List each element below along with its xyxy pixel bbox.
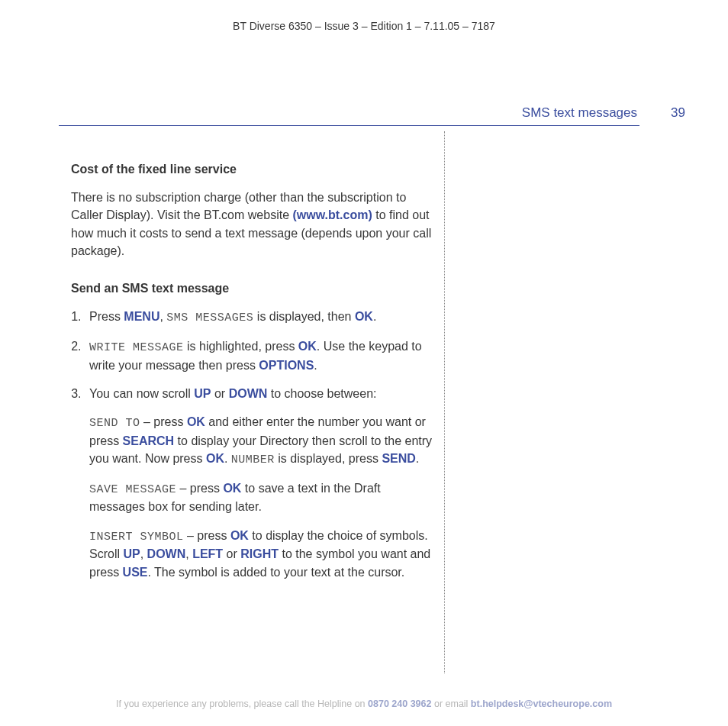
key-down: DOWN [147, 547, 186, 560]
lcd-send-to: SEND TO [89, 417, 140, 430]
key-search: SEARCH [123, 434, 175, 447]
key-ok: OK [230, 529, 249, 542]
key-up: UP [194, 387, 211, 400]
key-ok: OK [355, 310, 373, 323]
key-ok: OK [206, 452, 224, 465]
key-ok: OK [298, 340, 317, 353]
column-divider [444, 131, 445, 673]
option-save-message: SAVE MESSAGE – press OK to save a text i… [89, 479, 437, 516]
option-send-to: SEND TO – press OK and either enter the … [89, 413, 437, 469]
section-title: SMS text messages [522, 105, 637, 121]
paragraph-cost: There is no subscription charge (other t… [71, 189, 437, 260]
heading-send-sms: Send an SMS text message [71, 279, 437, 297]
document-id: BT Diverse 6350 – Issue 3 – Edition 1 – … [0, 20, 728, 32]
helpline-email: bt.helpdesk@vtecheurope.com [471, 699, 612, 709]
link-bt-com[interactable]: (www.bt.com) [292, 208, 372, 221]
lcd-insert-symbol: INSERT SYMBOL [89, 531, 184, 544]
step-3: You can now scroll UP or DOWN to choose … [85, 385, 437, 581]
page-number: 39 [671, 105, 685, 121]
key-up: UP [123, 547, 140, 560]
lcd-number: NUMBER [231, 453, 275, 466]
header-rule [59, 125, 639, 126]
step-2: WRITE MESSAGE is highlighted, press OK. … [85, 337, 437, 374]
lcd-save-message: SAVE MESSAGE [89, 483, 176, 496]
main-content: Cost of the fixed line service There is … [71, 160, 437, 592]
key-menu: MENU [124, 310, 159, 323]
heading-cost: Cost of the fixed line service [71, 160, 437, 178]
key-use: USE [123, 566, 148, 579]
footer-helpline: If you experience any problems, please c… [0, 699, 728, 709]
lcd-sms-messages: SMS MESSAGES [166, 311, 253, 324]
key-ok: OK [223, 482, 241, 495]
step-1: Press MENU, SMS MESSAGES is displayed, t… [85, 308, 437, 327]
key-down: DOWN [229, 387, 268, 400]
helpline-phone: 0870 240 3962 [368, 699, 431, 709]
key-send: SEND [382, 452, 415, 465]
key-options: OPTIONS [259, 359, 314, 372]
manual-page: BT Diverse 6350 – Issue 3 – Edition 1 – … [0, 0, 728, 726]
key-ok: OK [187, 415, 205, 428]
lcd-write-message: WRITE MESSAGE [89, 341, 184, 354]
key-left: LEFT [192, 547, 223, 560]
key-right: RIGHT [240, 547, 279, 560]
option-insert-symbol: INSERT SYMBOL – press OK to display the … [89, 527, 437, 581]
steps-list: Press MENU, SMS MESSAGES is displayed, t… [71, 308, 437, 581]
